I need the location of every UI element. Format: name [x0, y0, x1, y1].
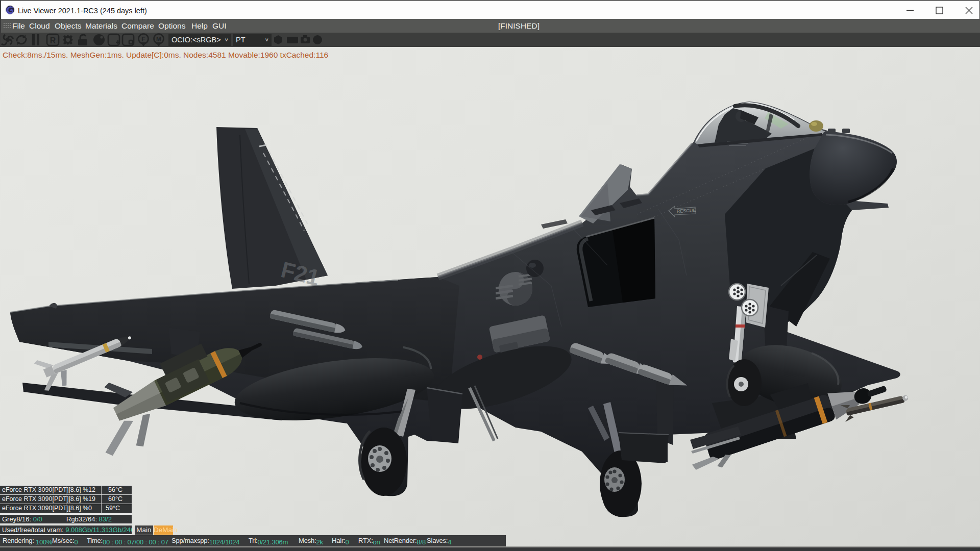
- svg-text:M: M: [156, 36, 161, 43]
- svg-text:R: R: [50, 36, 56, 45]
- svg-text:F: F: [141, 36, 145, 43]
- svg-text:RESCUE: RESCUE: [677, 208, 696, 214]
